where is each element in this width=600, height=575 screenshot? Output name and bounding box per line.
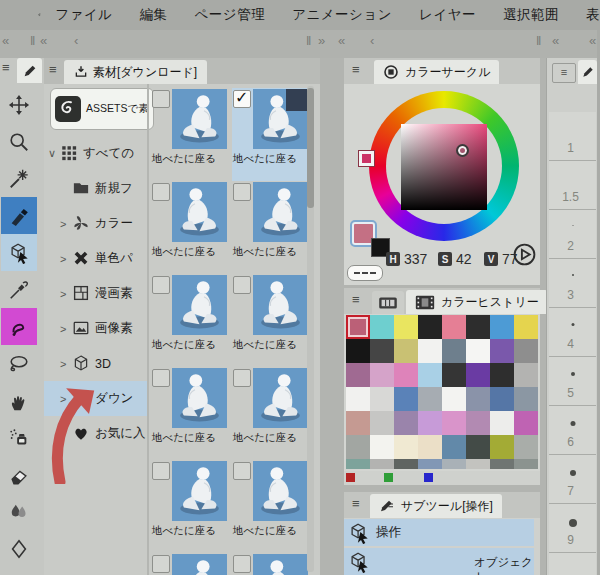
material-item[interactable]: 地べたに座る xyxy=(232,274,310,367)
color-swatch[interactable] xyxy=(370,363,394,387)
color-set-tab[interactable] xyxy=(372,291,404,314)
color-swatch[interactable] xyxy=(394,339,418,363)
material-item-thumbnail[interactable] xyxy=(253,275,308,335)
sv-marker[interactable] xyxy=(456,144,469,157)
brush-size-tab[interactable] xyxy=(578,60,597,84)
material-item[interactable]: 地べたに座る xyxy=(232,367,310,460)
color-swatch[interactable] xyxy=(514,459,538,469)
tree-expander-icon[interactable]: > xyxy=(60,218,72,230)
color-swatch[interactable] xyxy=(370,411,394,435)
color-swatch[interactable] xyxy=(394,411,418,435)
tool-penmag[interactable] xyxy=(1,308,37,345)
tree-expander-icon[interactable]: > xyxy=(60,323,72,335)
color-swatch[interactable] xyxy=(394,363,418,387)
color-swatch[interactable] xyxy=(514,315,538,339)
color-swatch[interactable] xyxy=(370,387,394,411)
brush-size-cell[interactable]: 9 xyxy=(549,504,596,553)
subtool-tab[interactable]: サブツール[操作] xyxy=(370,494,502,518)
color-swatch[interactable] xyxy=(346,459,370,469)
color-swatch[interactable] xyxy=(418,459,442,469)
rgb-indicator-chip[interactable] xyxy=(424,473,433,482)
material-item-checkbox[interactable] xyxy=(233,555,251,573)
brush-size-cell[interactable]: 6 xyxy=(549,406,596,455)
tool-palette-menu-icon[interactable]: ≡ xyxy=(2,60,10,75)
material-item-checkbox[interactable] xyxy=(152,183,170,201)
color-swatch[interactable] xyxy=(346,315,370,339)
material-item[interactable]: 地べたに座る xyxy=(151,460,229,553)
color-swatch[interactable] xyxy=(418,411,442,435)
color-swatch[interactable] xyxy=(442,411,466,435)
panel-collapse-chevron[interactable]: ‖ xyxy=(30,33,35,48)
color-swatch[interactable] xyxy=(466,363,490,387)
brush-size-menu-icon[interactable]: ≡ xyxy=(552,63,576,83)
color-swatch[interactable] xyxy=(490,435,514,459)
menu-item[interactable]: ページ管理 xyxy=(195,6,266,24)
menu-item[interactable]: 選択範囲 xyxy=(503,6,559,24)
material-item-thumbnail[interactable] xyxy=(253,89,308,149)
tool-hand[interactable] xyxy=(1,382,37,419)
material-item-thumbnail[interactable] xyxy=(172,182,227,242)
color-swatch[interactable] xyxy=(418,387,442,411)
tool-zoom[interactable] xyxy=(1,123,37,160)
color-swatch[interactable] xyxy=(490,339,514,363)
material-item[interactable]: 地べたに座る xyxy=(232,460,310,553)
color-history-tab[interactable]: カラーヒストリー xyxy=(406,290,548,314)
menu-item[interactable]: ファイル xyxy=(55,6,112,24)
color-swatch[interactable] xyxy=(394,315,418,339)
panel-collapse-chevron[interactable]: ‹ xyxy=(74,33,78,48)
tool-wand[interactable] xyxy=(1,160,37,197)
panel-collapse-chevron[interactable]: « xyxy=(2,33,9,48)
material-tree-item[interactable]: > 画像素 xyxy=(44,311,147,346)
material-tab[interactable]: 素材[ダウンロード] xyxy=(64,60,207,84)
color-circle-tab[interactable]: カラーサークル xyxy=(374,60,499,84)
panel-collapse-chevron[interactable]: « xyxy=(40,33,47,48)
material-item[interactable]: 地べたに座る xyxy=(151,274,229,367)
color-swatch[interactable] xyxy=(466,435,490,459)
color-swatch[interactable] xyxy=(418,363,442,387)
menu-item[interactable]: レイヤー xyxy=(419,6,476,24)
transparent-color-swatch[interactable] xyxy=(347,265,383,281)
material-item-checkbox[interactable] xyxy=(233,276,251,294)
material-item-checkbox[interactable] xyxy=(152,462,170,480)
material-item[interactable]: 地べたに座る xyxy=(151,181,229,274)
color-swatch[interactable] xyxy=(490,315,514,339)
tree-expander-icon[interactable]: > xyxy=(60,393,72,405)
material-item-thumbnail[interactable] xyxy=(253,554,308,575)
material-item-checkbox[interactable] xyxy=(233,90,251,108)
rgb-indicator-chip[interactable] xyxy=(384,473,393,482)
material-item[interactable]: 地べたに座る xyxy=(151,367,229,460)
subtool-item-sousa[interactable]: 操作 xyxy=(344,519,534,546)
tool-move[interactable] xyxy=(1,86,37,123)
color-swatch[interactable] xyxy=(442,339,466,363)
color-swatch[interactable] xyxy=(394,435,418,459)
material-tree-item[interactable]: > 単色パ xyxy=(44,241,147,276)
material-item-checkbox[interactable] xyxy=(233,369,251,387)
color-swatch[interactable] xyxy=(370,339,394,363)
material-item-checkbox[interactable] xyxy=(152,90,170,108)
material-tree-item[interactable]: > 漫画素 xyxy=(44,276,147,311)
color-swatch[interactable] xyxy=(442,459,466,469)
material-tree-item[interactable]: ∨ すべての xyxy=(44,136,147,171)
material-item-thumbnail[interactable] xyxy=(172,461,227,521)
color-swatch[interactable] xyxy=(514,339,538,363)
color-swatch[interactable] xyxy=(466,411,490,435)
material-panel-menu-icon[interactable]: ≡ xyxy=(49,62,57,77)
menu-item[interactable]: 表 xyxy=(586,6,600,24)
material-item-thumbnail[interactable] xyxy=(172,89,227,149)
color-swatch[interactable] xyxy=(346,411,370,435)
color-swatch[interactable] xyxy=(418,339,442,363)
material-item-thumbnail[interactable] xyxy=(172,275,227,335)
material-item[interactable]: 地べたに座る xyxy=(232,88,310,181)
color-swatch[interactable] xyxy=(490,459,514,469)
material-scrollbar-thumb[interactable] xyxy=(307,88,314,208)
material-tree-item[interactable]: 新規フ xyxy=(44,171,147,206)
color-wheel-mode-button[interactable] xyxy=(512,242,537,267)
color-swatch[interactable] xyxy=(394,387,418,411)
color-swatch[interactable] xyxy=(418,315,442,339)
saturation-value[interactable]: 42 xyxy=(456,251,480,267)
brush-size-cell[interactable]: 1.5 xyxy=(549,161,596,210)
color-swatch[interactable] xyxy=(370,435,394,459)
color-swatch[interactable] xyxy=(490,387,514,411)
material-tree-item[interactable]: お気に入 xyxy=(44,416,147,451)
tree-expander-icon[interactable]: > xyxy=(60,358,72,370)
